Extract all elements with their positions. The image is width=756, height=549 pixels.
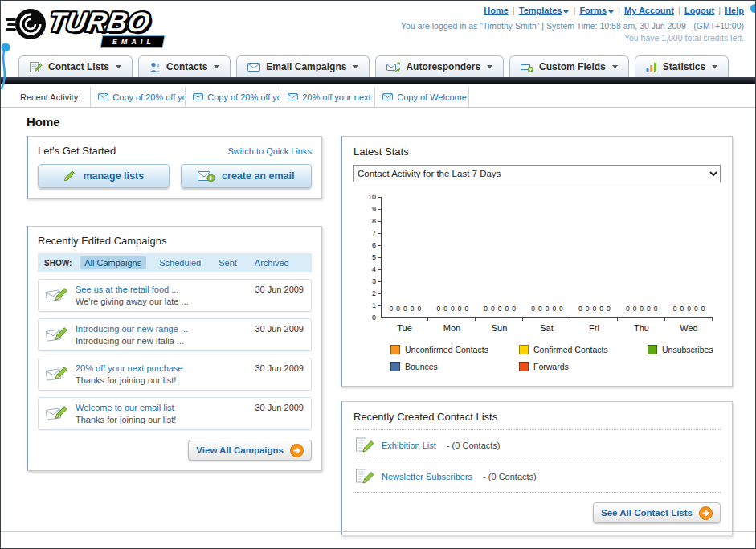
value-label: 0 <box>390 305 394 313</box>
envelope-plus-icon <box>198 170 215 182</box>
y-axis-tick-label: 6 <box>372 241 376 249</box>
header: TURBO EMAIL Home | Templates | Forms | M… <box>1 1 755 49</box>
value-label: 0 <box>458 305 462 313</box>
top-nav-link-logout[interactable]: Logout <box>684 6 714 15</box>
recent-activity-item[interactable]: Copy of 20% off yc <box>90 87 185 107</box>
envelope-icon <box>193 93 203 100</box>
contact-list-row[interactable]: Newsletter Subscribers- (0 Contacts) <box>353 461 721 493</box>
filter-scheduled[interactable]: Scheduled <box>154 256 206 269</box>
tab-label: Autoresponders <box>406 61 480 72</box>
campaign-date: 30 Jun 2009 <box>255 403 304 412</box>
filter-sent[interactable]: Sent <box>214 256 242 269</box>
email-campaigns-icon <box>247 63 260 72</box>
filter-all-campaigns[interactable]: All Campaigns <box>80 256 146 269</box>
campaign-row[interactable]: Welcome to our email listThanks for join… <box>38 397 312 430</box>
campaign-row[interactable]: 20% off your next purchaseThanks for joi… <box>38 358 312 391</box>
switch-to-quick-links-link[interactable]: Switch to Quick Links <box>227 146 312 156</box>
create-an-email-button[interactable]: create an email <box>181 164 313 188</box>
contact-list-row[interactable]: Exhibition List- (0 Contacts) <box>353 430 721 461</box>
top-nav-link-help[interactable]: Help <box>725 6 744 15</box>
tab-label: Contacts <box>166 61 207 72</box>
contacts-icon <box>149 62 161 72</box>
logo-email-badge: EMAIL <box>101 36 164 47</box>
value-label: 0 <box>578 305 582 313</box>
campaign-edit-icon <box>46 364 68 383</box>
y-axis-tick-label: 7 <box>372 229 376 237</box>
campaign-edit-icon <box>46 325 68 344</box>
y-axis-tick-label: 4 <box>372 265 376 273</box>
logo-swirl-icon <box>6 6 47 44</box>
campaign-edit-icon <box>46 404 68 423</box>
top-nav-link-forms[interactable]: Forms <box>579 6 614 15</box>
recently-edited-campaigns-panel: Recently Edited Campaigns SHOW: All Camp… <box>27 226 322 471</box>
value-label: 0 <box>599 305 603 313</box>
legend-swatch <box>390 362 400 371</box>
y-axis-tick-mark <box>378 245 382 246</box>
y-axis-tick-label: 2 <box>372 289 376 297</box>
campaign-date: 30 Jun 2009 <box>255 363 304 373</box>
see-all-contact-lists-button[interactable]: See All Contact Lists <box>593 502 721 523</box>
filter-archived[interactable]: Archived <box>250 256 294 269</box>
campaign-date: 30 Jun 2009 <box>255 285 304 294</box>
value-label: 0 <box>505 305 509 313</box>
top-nav-link-label: Help <box>725 6 744 15</box>
manage-lists-button[interactable]: manage lists <box>38 164 170 188</box>
value-label: 0 <box>633 305 637 313</box>
legend-swatch <box>519 362 529 371</box>
recent-activity-item[interactable]: Copy of Welcome tc <box>374 87 469 107</box>
tab-email-campaigns[interactable]: Email Campaigns <box>236 55 370 77</box>
turbo-email-logo[interactable]: TURBO EMAIL <box>6 4 198 49</box>
campaign-text: Introducing our new range ...Introducing… <box>76 324 247 346</box>
envelope-icon <box>98 93 108 100</box>
recent-activity-item[interactable]: 20% off your next <box>280 87 374 107</box>
view-all-campaigns-button[interactable]: View All Campaigns <box>188 440 312 461</box>
value-label: 0 <box>559 305 563 313</box>
tab-contact-lists[interactable]: Contact Lists <box>18 55 133 77</box>
tab-custom-fields[interactable]: Custom Fields <box>509 55 629 77</box>
top-nav-link-home[interactable]: Home <box>484 6 509 15</box>
y-axis-tick-label: 9 <box>372 205 376 213</box>
value-label: 0 <box>484 305 488 313</box>
recent-activity-item[interactable]: Copy of 20% off yc <box>185 87 280 107</box>
value-label: 0 <box>647 305 651 313</box>
campaign-title-link[interactable]: 20% off your next purchase <box>76 363 247 373</box>
campaign-title-link[interactable]: Introducing our new range ... <box>76 324 247 334</box>
value-label: 0 <box>694 305 698 313</box>
caret-down <box>563 10 569 14</box>
campaign-text: Welcome to our email listThanks for join… <box>76 403 247 424</box>
campaign-row[interactable]: See us at the retail food ...We're givin… <box>38 279 312 312</box>
tab-contacts[interactable]: Contacts <box>138 55 231 77</box>
contact-lists-footer: See All Contact Lists <box>353 502 721 523</box>
top-nav-link-label: Home <box>484 6 509 15</box>
top-nav-link-templates[interactable]: Templates <box>519 6 570 15</box>
content-area: Let's Get Started Switch to Quick Links … <box>1 136 755 535</box>
contact-list-link[interactable]: Exhibition List <box>382 440 436 450</box>
tab-autoresponders[interactable]: Autoresponders <box>375 55 504 77</box>
recent-activity-bar: Recent Activity: Copy of 20% off ycCopy … <box>1 87 755 108</box>
annotation-cursor-trail <box>0 43 12 92</box>
x-axis-label: Wed <box>665 323 713 333</box>
legend-label: Unsubscribes <box>662 345 713 354</box>
top-nav-separator: | <box>570 6 578 15</box>
stats-range-select[interactable]: Contact Activity for the Last 7 Days <box>353 165 721 182</box>
footer-divider <box>1 531 755 532</box>
chart-plot: 00000000000000000000000000000000000 <box>381 197 713 318</box>
campaign-title-link[interactable]: Welcome to our email list <box>76 403 247 412</box>
campaign-row[interactable]: Introducing our new range ...Introducing… <box>38 318 312 351</box>
annotation-dot <box>750 4 756 13</box>
campaign-subtitle: Introducing our new Italia ... <box>76 336 247 346</box>
value-label: 0 <box>451 305 455 313</box>
get-started-buttons: manage listscreate an email <box>38 164 312 188</box>
get-started-header: Let's Get Started Switch to Quick Links <box>38 145 312 157</box>
value-label: 0 <box>607 305 611 313</box>
caret-down <box>612 65 618 68</box>
tab-statistics[interactable]: Statistics <box>635 55 729 77</box>
value-label: 0 <box>593 305 597 313</box>
recent-activity-item-label: Copy of 20% off yc <box>112 92 185 102</box>
contact-list-link[interactable]: Newsletter Subscribers <box>382 472 472 481</box>
right-column: Latest Stats Contact Activity for the La… <box>341 136 733 535</box>
legend-item-bounces: Bounces <box>390 362 519 371</box>
top-nav-link-my-account[interactable]: My Account <box>624 6 674 15</box>
value-label: 0 <box>443 305 447 313</box>
campaign-title-link[interactable]: See us at the retail food ... <box>76 285 247 294</box>
